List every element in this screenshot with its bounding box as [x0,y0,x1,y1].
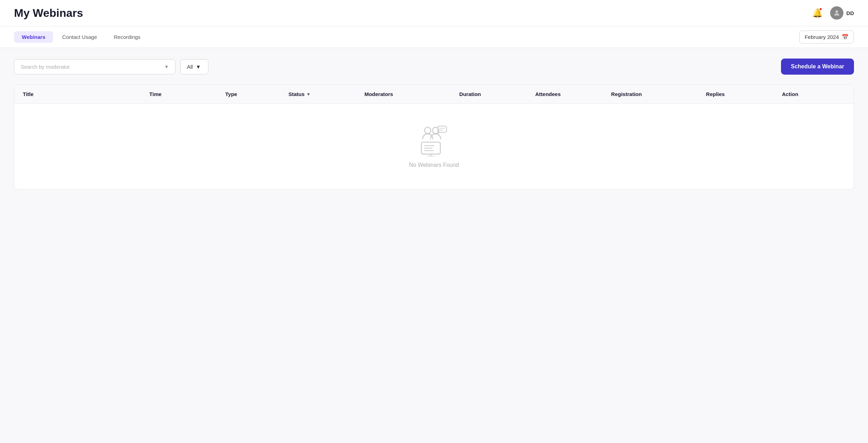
search-placeholder-text: Search by moderator [21,64,70,70]
user-avatar[interactable]: DD [830,6,854,20]
date-picker[interactable]: February 2024 📅 [799,30,854,43]
schedule-webinar-button[interactable]: Schedule a Webinar [781,59,854,75]
col-replies: Replies [706,91,782,97]
table-header: Title Time Type Status ▼ Moderators Dura… [14,85,854,104]
calendar-icon: 📅 [842,34,849,40]
no-webinars-illustration [418,125,450,156]
chevron-down-icon: ▼ [164,64,169,69]
empty-state: No Webinars Found [14,104,854,189]
filter-all-label: All [187,64,193,70]
date-picker-value: February 2024 [804,34,839,40]
svg-point-7 [425,127,431,134]
col-registration: Registration [611,91,706,97]
col-time: Time [149,91,225,97]
chevron-down-icon: ▼ [196,64,201,70]
col-status[interactable]: Status ▼ [288,91,364,97]
tabs-list: Webinars Contact Usage Recordings [14,26,148,48]
filters-left: Search by moderator ▼ All ▼ [14,59,208,74]
user-initials: DD [846,10,854,16]
col-action: Action [782,91,845,97]
filters-row: Search by moderator ▼ All ▼ Schedule a W… [14,59,854,75]
empty-message: No Webinars Found [409,162,459,168]
svg-rect-9 [438,126,447,132]
col-title: Title [23,91,149,97]
avatar-circle [830,6,843,20]
status-filter[interactable]: All ▼ [180,59,208,74]
status-filter-icon: ▼ [306,92,311,97]
main-content: Search by moderator ▼ All ▼ Schedule a W… [0,48,868,200]
col-duration: Duration [459,91,535,97]
col-type: Type [225,91,288,97]
page-title: My Webinars [14,7,83,20]
tabs-bar: Webinars Contact Usage Recordings Februa… [0,26,868,48]
col-attendees: Attendees [535,91,611,97]
col-moderators: Moderators [365,91,459,97]
moderator-search-dropdown[interactable]: Search by moderator ▼ [14,59,175,74]
notification-button[interactable]: 🔔 [811,7,824,19]
tab-contact-usage[interactable]: Contact Usage [54,31,105,43]
header: My Webinars 🔔 DD [0,0,868,26]
header-actions: 🔔 DD [811,6,854,20]
tab-recordings[interactable]: Recordings [106,31,148,43]
webinars-table: Title Time Type Status ▼ Moderators Dura… [14,84,854,190]
svg-point-0 [836,11,838,13]
tab-webinars[interactable]: Webinars [14,31,53,43]
